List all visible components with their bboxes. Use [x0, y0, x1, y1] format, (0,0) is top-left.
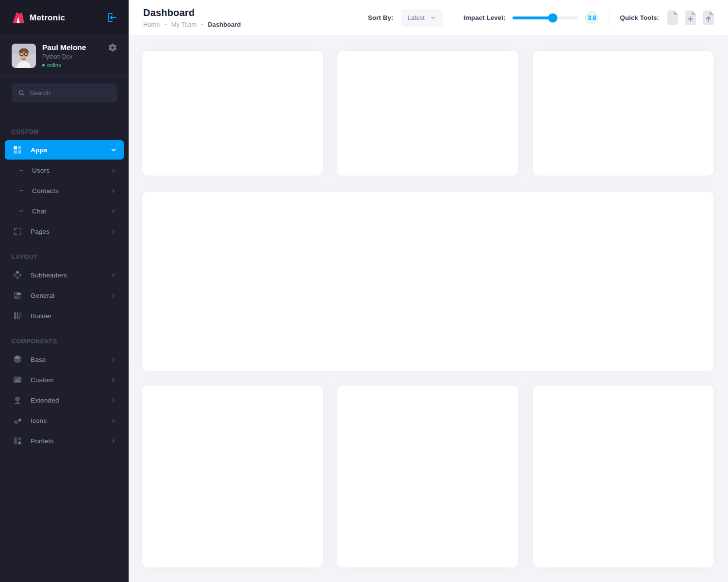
card	[337, 51, 518, 176]
breadcrumb-my-team[interactable]: My Team	[171, 21, 197, 28]
chevron-right-icon	[110, 272, 117, 278]
avatar	[12, 44, 36, 68]
chevron-right-icon	[110, 228, 117, 235]
nav-label: General	[31, 292, 110, 299]
bars-icon	[12, 310, 23, 322]
sidebar-item-apps[interactable]: Apps	[5, 140, 124, 160]
layout-blocks-icon	[12, 435, 23, 447]
dash-bullet-icon	[19, 170, 23, 171]
nav-section-components: COMPONENTS	[12, 338, 117, 345]
grid-icon	[12, 144, 23, 156]
quick-tools-label: Quick Tools:	[620, 14, 659, 21]
nav-label: Builder	[31, 312, 117, 320]
quick-tools-group	[666, 10, 714, 25]
sidebar-item-general[interactable]: General	[5, 286, 124, 305]
nav-label: Custom	[31, 376, 110, 384]
nav-label: Chat	[32, 208, 110, 215]
chevron-right-icon	[110, 167, 117, 174]
user-panel: Paul Melone Python Dev online	[0, 36, 129, 76]
sidebar-item-contacts[interactable]: Contacts	[5, 181, 124, 200]
chevron-right-icon	[110, 437, 117, 444]
online-dot-icon	[42, 64, 45, 66]
nav-label: Icons	[31, 417, 110, 424]
dash-bullet-icon	[19, 210, 23, 211]
wide-card	[142, 192, 713, 371]
upload-file-button[interactable]	[702, 10, 714, 25]
globe-stand-icon	[12, 394, 23, 406]
nav-label: Portlets	[31, 437, 110, 445]
gear-icon	[108, 43, 117, 52]
sidebar-item-pages[interactable]: Pages	[5, 222, 124, 241]
search-area	[0, 76, 129, 112]
dash-bullet-icon	[19, 190, 23, 191]
impact-value-badge: 3.6	[585, 11, 599, 25]
nav-section-custom: CUSTOM	[12, 129, 117, 135]
sidebar-item-base[interactable]: Base	[5, 350, 124, 369]
toggles-icon	[12, 290, 23, 301]
sort-by-select[interactable]: Latest	[401, 9, 443, 27]
nav-label: Base	[31, 356, 110, 363]
sidebar-nav: CUSTOM Apps Users	[0, 112, 129, 461]
chevron-down-icon	[110, 146, 117, 153]
image-icon	[12, 374, 23, 386]
card	[142, 386, 323, 567]
user-role: Python Dev	[42, 53, 101, 60]
dashboard-content	[129, 36, 728, 582]
sidebar-item-users[interactable]: Users	[5, 161, 124, 180]
card	[142, 51, 323, 176]
user-name: Paul Melone	[42, 43, 101, 52]
online-status-text: online	[47, 62, 61, 68]
top-cards-row	[142, 51, 713, 176]
sidebar-item-portlets[interactable]: Portlets	[5, 431, 124, 451]
nav-label: Subheaders	[31, 272, 110, 279]
search-input[interactable]	[30, 89, 111, 97]
new-file-icon	[666, 10, 678, 25]
nav-label: Users	[32, 167, 110, 174]
sidebar-item-subheaders[interactable]: Subheaders	[5, 265, 124, 285]
sidebar-item-builder[interactable]: Builder	[5, 306, 124, 325]
header-toolbar: Sort By: Latest Impact Level: 3.6 Quick …	[368, 9, 714, 27]
sidebar-item-icons[interactable]: Icons	[5, 411, 124, 430]
nav-section-layout: LAYOUT	[12, 254, 117, 260]
new-file-button[interactable]	[666, 10, 678, 25]
add-file-button[interactable]	[684, 10, 696, 25]
brand-name: Metronic	[30, 13, 105, 23]
frame-icon	[12, 226, 23, 237]
impact-slider[interactable]	[513, 16, 578, 19]
user-status: online	[42, 62, 101, 68]
breadcrumb-separator	[165, 24, 167, 25]
chevron-right-icon	[110, 187, 117, 194]
diamonds-icon	[12, 269, 23, 281]
top-header: Dashboard Home My Team Dashboard Sort By…	[129, 0, 728, 36]
user-settings-button[interactable]	[107, 43, 118, 53]
page-head: Dashboard Home My Team Dashboard	[143, 7, 241, 28]
chevron-right-icon	[110, 397, 117, 404]
sidebar-item-chat[interactable]: Chat	[5, 201, 124, 221]
chevron-right-icon	[110, 356, 117, 363]
sidebar-collapse-button[interactable]	[105, 12, 118, 24]
app-root: Metronic	[0, 0, 728, 582]
broken-link-icon	[12, 415, 23, 426]
toolbar-divider	[453, 10, 453, 26]
impact-slider-fill	[513, 16, 553, 19]
sidebar-item-custom[interactable]: Custom	[5, 370, 124, 389]
main-area: Dashboard Home My Team Dashboard Sort By…	[129, 0, 728, 582]
nav-label: Extended	[31, 397, 110, 404]
search-icon	[18, 89, 25, 97]
cube-icon	[12, 354, 23, 365]
sidebar-item-extended[interactable]: Extended	[5, 390, 124, 410]
impact-slider-thumb[interactable]	[548, 13, 558, 22]
sort-by-label: Sort By:	[368, 14, 394, 21]
breadcrumb-current: Dashboard	[208, 21, 241, 28]
nav-label: Contacts	[32, 187, 110, 194]
breadcrumb-separator	[201, 24, 203, 25]
impact-level-label: Impact Level:	[463, 14, 505, 21]
metronic-logo-icon	[12, 12, 25, 24]
chevron-down-icon	[430, 15, 436, 20]
chevron-right-icon	[110, 208, 117, 214]
card	[533, 51, 713, 176]
breadcrumb-home[interactable]: Home	[143, 21, 160, 28]
breadcrumb: Home My Team Dashboard	[143, 21, 241, 28]
search-box[interactable]	[12, 83, 117, 102]
chevron-right-icon	[110, 417, 117, 424]
